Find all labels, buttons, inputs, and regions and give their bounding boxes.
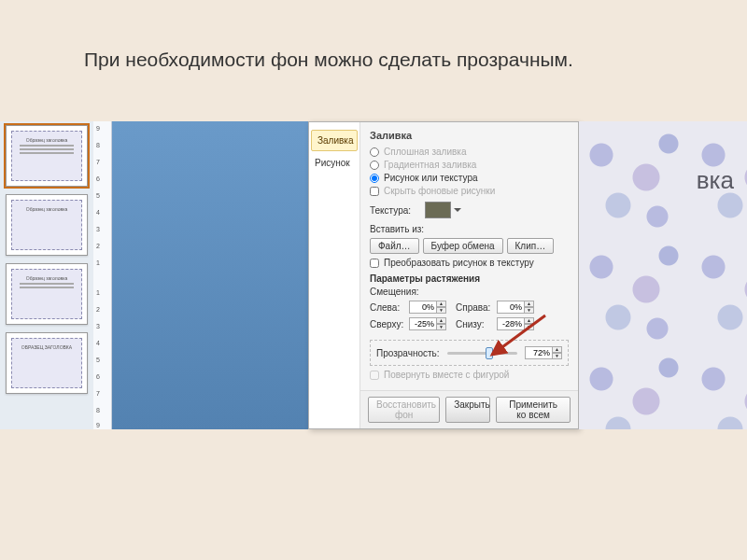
page-title: При необходимости фон можно сделать проз… [84,47,691,72]
offset-right-spin[interactable]: ▲▼ [497,301,534,314]
texture-dropdown[interactable] [425,202,451,218]
transparency-slider[interactable] [447,352,517,355]
panel-heading: Заливка [370,130,569,141]
slide-title-fragment: вка [697,166,734,195]
format-background-dialog: Заливка Рисунок Заливка Сплошная заливка… [308,121,579,429]
slide-canvas [112,121,308,429]
check-rotate-with-shape: Повернуть вместе с фигурой [370,370,569,380]
offset-right-label: Справа: [456,302,493,313]
transparency-row: Прозрачность: ▲▼ [370,340,569,366]
check-tile-picture[interactable]: Преобразовать рисунок в текстуру [370,258,569,268]
insert-clipboard-button[interactable]: Буфер обмена [423,238,503,254]
offsets-label: Смещения: [370,287,569,297]
tab-fill[interactable]: Заливка [311,130,358,151]
insert-file-button[interactable]: Файл… [370,238,419,254]
apply-all-button[interactable]: Применить ко всем [496,397,571,423]
offset-top-spin[interactable]: ▲▼ [409,317,446,330]
dialog-tabs: Заливка Рисунок [309,122,360,428]
texture-label: Текстура: [370,205,421,216]
fill-panel: Заливка Сплошная заливка Градиентная зал… [360,122,578,428]
offset-bottom-spin[interactable]: ▲▼ [497,317,534,330]
vertical-ruler: 9 8 7 6 5 4 3 2 1 1 2 3 4 5 6 7 8 9 [93,121,112,429]
stretch-options-header: Параметры растяжения [370,273,569,284]
radio-gradient-fill[interactable]: Градиентная заливка [370,160,569,170]
radio-solid-fill[interactable]: Сплошная заливка [370,147,569,157]
offset-left-spin[interactable]: ▲▼ [409,301,446,314]
close-button[interactable]: Закрыть [445,397,490,423]
offset-left-label: Слева: [370,302,405,313]
transparency-spin[interactable]: ▲▼ [525,346,562,359]
transparency-label: Прозрачность: [376,348,440,358]
restore-bg-button[interactable]: Восстановить фон [368,397,440,423]
slide-thumbnails: Образец заголовка Образец заголовка Обра… [0,121,93,429]
app-screenshot: Образец заголовка Образец заголовка Обра… [0,121,747,429]
offset-top-label: Сверху: [370,319,405,329]
radio-picture-fill[interactable]: Рисунок или текстура [370,173,569,183]
check-hide-bg[interactable]: Скрыть фоновые рисунки [370,186,569,196]
slide-preview-floral: вка [579,121,747,429]
dialog-button-bar: Восстановить фон Закрыть Применить ко вс… [360,390,578,428]
slide-thumb-3[interactable]: Образец заголовка [6,263,88,325]
insert-from-label: Вставить из: [370,224,569,234]
tab-picture[interactable]: Рисунок [309,153,359,173]
offset-bottom-label: Снизу: [456,319,493,329]
insert-clipart-button[interactable]: Клип… [507,238,555,254]
slide-thumb-1[interactable]: Образец заголовка [6,125,88,187]
slider-knob[interactable] [486,347,493,359]
slide-thumb-2[interactable]: Образец заголовка [6,194,88,256]
slide-thumb-4[interactable]: ОБРАЗЕЦ ЗАГОЛОВКА [6,332,88,394]
